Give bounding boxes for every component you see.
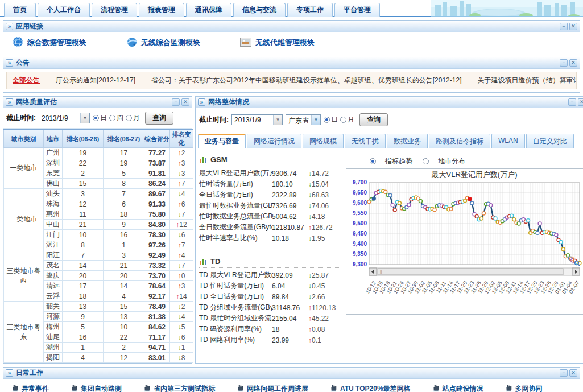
- tab-自定义对比[interactable]: 自定义对比: [526, 134, 574, 148]
- nav-tab-专项工作[interactable]: 专项工作: [287, 3, 333, 17]
- svg-text:9,400: 9,400: [353, 241, 367, 247]
- nav-tab-通讯保障[interactable]: 通讯保障: [186, 3, 231, 17]
- region-value[interactable]: 广东省: [286, 115, 311, 125]
- vlr-trend-line-chart[interactable]: 最大VLR登记用户数(万户)9,3009,3509,4009,4509,5009…: [346, 169, 583, 312]
- tab-无线干扰[interactable]: 无线干扰: [345, 134, 386, 148]
- quality-date-value[interactable]: 2013/1/9: [39, 113, 80, 123]
- rank-change-cell: ↓6: [170, 332, 193, 343]
- change-value: 7: [181, 211, 185, 218]
- overall-date-value[interactable]: 2013/1/9: [232, 115, 273, 125]
- daily-item-集团自动路测[interactable]: 集团自动路测: [71, 384, 122, 392]
- overall-date-combobox[interactable]: 2013/1/9 ▼: [231, 114, 283, 125]
- quality-period-radio-周[interactable]: [109, 115, 115, 121]
- notice-item[interactable]: 关于建设项目造价预（结）算审计情况的通报[2012-12-18]: [477, 76, 577, 85]
- nav-tab-平台管理[interactable]: 平台管理: [334, 3, 380, 17]
- tab-路测及信令指标[interactable]: 路测及信令指标: [429, 134, 490, 148]
- column-header[interactable]: 城市类别: [4, 130, 44, 148]
- minimize-icon[interactable]: −: [560, 369, 568, 377]
- applink-无线综合监测模块[interactable]: 无线综合监测模块: [126, 36, 200, 49]
- rank1-cell: 5: [63, 322, 104, 332]
- trend-chart: 最大VLR登记用户数(万户)9,3009,3509,4009,4509,5009…: [346, 168, 583, 315]
- metric-label: 忙时半速率占比(%): [199, 233, 272, 243]
- close-icon[interactable]: ✕: [578, 98, 583, 106]
- metric-delta: ↑45.22: [308, 315, 342, 323]
- daily-item-多网协同[interactable]: 多网协同: [505, 384, 543, 392]
- daily-item-站点建设情况[interactable]: 站点建设情况: [432, 384, 483, 392]
- tab-网络规模[interactable]: 网络规模: [303, 134, 344, 148]
- nav-tab-个人工作台[interactable]: 个人工作台: [38, 3, 90, 17]
- tab-数据业务[interactable]: 数据业务: [387, 134, 428, 148]
- minimize-icon[interactable]: −: [568, 98, 576, 106]
- minimize-icon[interactable]: −: [172, 98, 180, 106]
- overall-query-bar: 截止时间: 2013/1/9 ▼ 广东省 ▼ 日月 查询: [196, 108, 583, 130]
- chart-mode-radio-地市分布[interactable]: [423, 158, 429, 164]
- city-category-cell: 二类地市: [4, 189, 44, 250]
- section-arrow-icon[interactable]: »: [6, 23, 13, 30]
- minimize-icon[interactable]: −: [560, 59, 568, 67]
- nav-tab-报表管理[interactable]: 报表管理: [139, 3, 184, 17]
- column-header[interactable]: 排名(06-26): [63, 130, 104, 148]
- close-icon[interactable]: ✕: [569, 23, 577, 30]
- nav-tab-流程管理[interactable]: 流程管理: [92, 3, 137, 17]
- section-arrow-icon[interactable]: »: [6, 59, 13, 67]
- daily-item-省内第三方测试指标[interactable]: 省内第三方测试指标: [143, 384, 215, 392]
- metric-value: 89.84: [272, 293, 308, 301]
- nav-tab-首页[interactable]: 首页: [4, 3, 36, 17]
- all-notices-link[interactable]: 全部公告: [13, 76, 40, 85]
- column-header[interactable]: 综合评分: [144, 130, 170, 148]
- overall-header: » 网络整体情况 − ✕: [196, 97, 583, 108]
- quality-query-button[interactable]: 查询: [145, 112, 173, 125]
- overall-query-button[interactable]: 查询: [359, 113, 388, 126]
- region-select[interactable]: 广东省 ▼: [286, 114, 321, 125]
- close-icon[interactable]: ✕: [569, 369, 577, 377]
- quality-table: 城市类别地市排名(06-26)排名(06-27)综合评分排名变化 一类地市广州1…: [3, 129, 193, 363]
- rank1-cell: 18: [63, 291, 104, 302]
- rank2-cell: 7: [104, 189, 144, 199]
- section-arrow-icon[interactable]: »: [6, 98, 13, 106]
- chevron-down-icon[interactable]: ▼: [273, 115, 282, 125]
- daily-item-网络问题工作周进展[interactable]: 网络问题工作周进展: [237, 384, 308, 392]
- applink-无线代维管理模块[interactable]: 无线代维管理模块: [240, 38, 315, 48]
- rank-change-cell: ↑3: [170, 281, 193, 291]
- rank2-cell: 3: [104, 250, 144, 261]
- column-header[interactable]: 排名(06-27): [104, 130, 144, 148]
- daily-item-ATU TOP20%最差网格[interactable]: ATU TOP20%最差网格: [330, 384, 411, 392]
- metric-value: 392.09: [272, 271, 308, 279]
- notice-panel: » 公告 − ✕ 全部公告 厅公示的通知[2012-12-17]省公司：关于表彰…: [3, 57, 580, 93]
- column-header[interactable]: 排名变化: [170, 130, 193, 148]
- rank2-cell: 5: [104, 168, 144, 179]
- chevron-down-icon[interactable]: ▼: [311, 115, 320, 125]
- quality-period-radio-日[interactable]: [93, 115, 99, 121]
- metric-label: 忙时话务量(万Erl): [199, 179, 272, 189]
- rank1-cell: 13: [63, 302, 104, 312]
- close-icon[interactable]: ✕: [181, 98, 189, 106]
- daily-item-label: ATU TOP20%最差网格: [340, 384, 411, 392]
- notice-item[interactable]: 厅公示的通知[2012-12-17]: [56, 76, 135, 85]
- svg-text:9,600: 9,600: [353, 200, 367, 206]
- quality-date-combobox[interactable]: 2013/1/9 ▼: [39, 113, 90, 123]
- notice-item[interactable]: 省公司：关于表彰广东公司2012年中国移动班组建设示范单位、卓越班组、优秀班组长…: [151, 76, 461, 85]
- section-arrow-icon[interactable]: »: [6, 369, 13, 377]
- chevron-down-icon[interactable]: ▼: [80, 113, 89, 123]
- svg-text:9,450: 9,450: [353, 230, 367, 237]
- photo-icon: [240, 38, 251, 48]
- rank-change-cell: ↓8: [170, 353, 193, 363]
- nav-tab-信息与交流[interactable]: 信息与交流: [233, 3, 286, 17]
- column-header[interactable]: 地市: [44, 130, 63, 148]
- applink-综合数据管理模块[interactable]: 综合数据管理模块: [13, 36, 86, 49]
- rank-change-cell: ↓2: [170, 302, 193, 312]
- rank-change-cell: ↓3: [170, 168, 193, 179]
- daily-item-label: 省内第三方测试指标: [154, 384, 215, 392]
- section-arrow-icon[interactable]: »: [198, 98, 205, 106]
- quality-period-radio-月[interactable]: [126, 115, 132, 121]
- overall-period-radio-月[interactable]: [340, 117, 346, 123]
- close-icon[interactable]: ✕: [569, 59, 577, 67]
- daily-item-异常事件[interactable]: 异常事件: [11, 384, 49, 392]
- overall-period-radio-日[interactable]: [324, 117, 330, 123]
- chart-mode-radio-指标趋势[interactable]: [370, 158, 376, 164]
- minimize-icon[interactable]: −: [560, 23, 568, 30]
- tab-WLAN[interactable]: WLAN: [491, 134, 525, 148]
- tab-网络运行情况[interactable]: 网络运行情况: [247, 134, 301, 148]
- tab-业务与容量[interactable]: 业务与容量: [198, 134, 246, 148]
- metric-value: 2155.04: [272, 315, 308, 323]
